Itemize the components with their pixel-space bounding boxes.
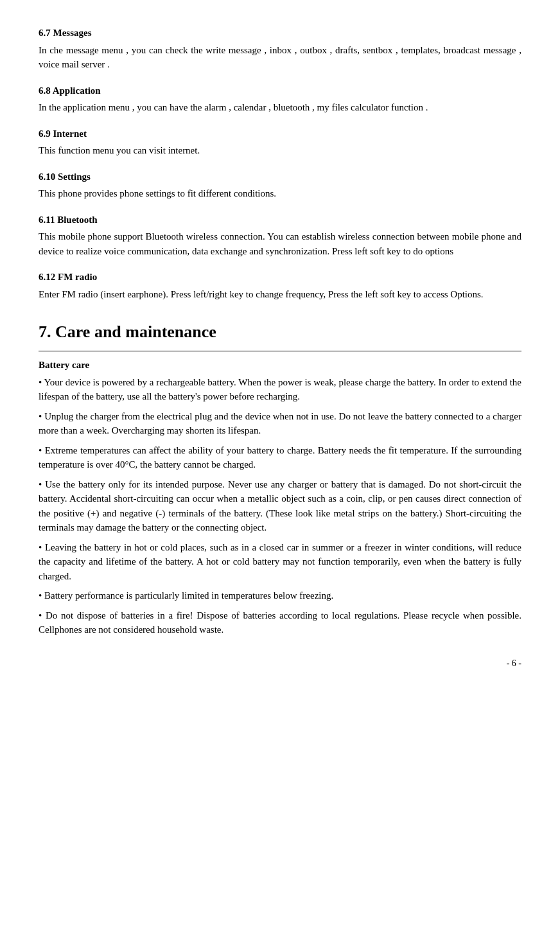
- bullet-4: • Use the battery only for its intended …: [39, 477, 521, 535]
- section-6-8: 6.8 Application In the application menu …: [39, 84, 521, 115]
- section-6-8-text: In the application menu , you can have t…: [39, 100, 521, 115]
- section-6-8-title: 6.8 Application: [39, 84, 521, 98]
- section-6-7-title: 6.7 Messages: [39, 26, 521, 40]
- section-6-9: 6.9 Internet This function menu you can …: [39, 127, 521, 158]
- bullet-3: • Extreme temperatures can affect the ab…: [39, 443, 521, 472]
- section-6-10-title: 6.10 Settings: [39, 170, 521, 184]
- section-6-12-title: 6.12 FM radio: [39, 270, 521, 285]
- section-6-11-text: This mobile phone support Bluetooth wire…: [39, 229, 521, 258]
- section-6-12-text: Enter FM radio (insert earphone). Press …: [39, 287, 521, 302]
- battery-care-title: Battery care: [39, 358, 521, 373]
- page-number: - 6 -: [39, 656, 521, 670]
- bullet-7: • Do not dispose of batteries in a fire!…: [39, 608, 521, 637]
- chapter-7-title: 7. Care and maintenance: [39, 319, 521, 344]
- chapter-7: 7. Care and maintenance Battery care • Y…: [39, 319, 521, 637]
- section-6-10: 6.10 Settings This phone provides phone …: [39, 170, 521, 201]
- section-6-11: 6.11 Bluetooth This mobile phone support…: [39, 213, 521, 259]
- bullet-2: • Unplug the charger from the electrical…: [39, 409, 521, 438]
- section-6-12: 6.12 FM radio Enter FM radio (insert ear…: [39, 270, 521, 301]
- bullet-5: • Leaving the battery in hot or cold pla…: [39, 540, 521, 584]
- section-6-7: 6.7 Messages In che message menu , you c…: [39, 26, 521, 72]
- bullet-1: • Your device is powered by a rechargeab…: [39, 375, 521, 404]
- section-6-9-title: 6.9 Internet: [39, 127, 521, 141]
- section-6-9-text: This function menu you can visit interne…: [39, 143, 521, 158]
- section-6-11-title: 6.11 Bluetooth: [39, 213, 521, 227]
- chapter-divider: [39, 351, 521, 351]
- section-6-10-text: This phone provides phone settings to fi…: [39, 186, 521, 201]
- section-6-7-text: In che message menu , you can check the …: [39, 43, 521, 72]
- bullet-6: • Battery performance is particularly li…: [39, 588, 521, 603]
